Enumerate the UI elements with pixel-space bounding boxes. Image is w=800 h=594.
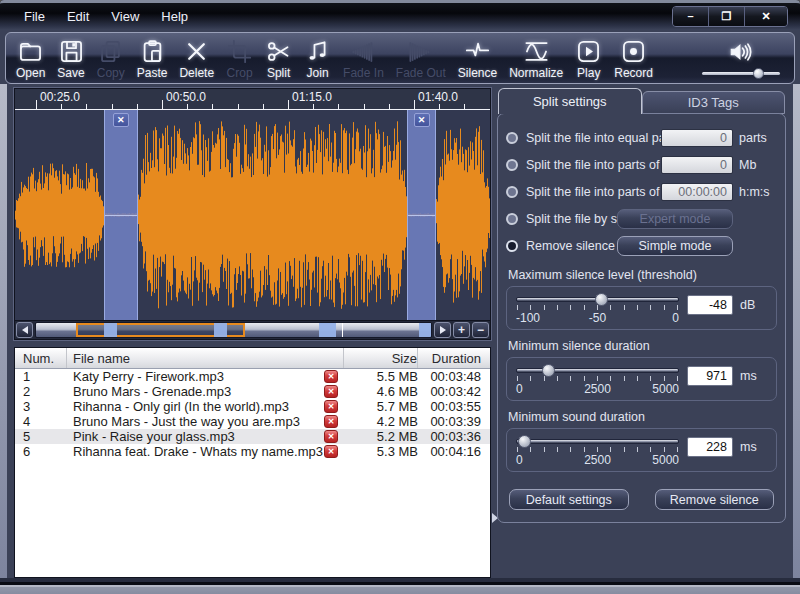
toolbar-fade-in-button: Fade In bbox=[337, 35, 390, 81]
play-icon bbox=[575, 38, 602, 65]
minimize-button[interactable]: – bbox=[673, 7, 709, 26]
slider-value-area: ms bbox=[687, 365, 767, 396]
remove-silence-button[interactable]: Remove silence bbox=[655, 489, 775, 510]
toolbar-button-label: Delete bbox=[179, 66, 214, 80]
overview-silence-marker bbox=[104, 323, 117, 337]
tick-mark bbox=[624, 305, 625, 310]
option-value-input[interactable] bbox=[661, 156, 733, 174]
toolbar-silence-button[interactable]: Silence bbox=[452, 35, 503, 81]
tab-id3-tags[interactable]: ID3 Tags bbox=[642, 91, 786, 114]
tick-label: 0 bbox=[516, 382, 570, 396]
slider-groove[interactable] bbox=[516, 439, 679, 444]
silence-icon bbox=[464, 38, 491, 65]
slider-unit-label: ms bbox=[740, 440, 757, 454]
slider-tick-labels: -100-500 bbox=[516, 311, 679, 325]
table-row[interactable]: 6Rihanna feat. Drake - Whats my name.mp3… bbox=[15, 444, 490, 459]
radio-button[interactable] bbox=[506, 213, 518, 225]
waveform-overview-bar: +− bbox=[15, 320, 490, 339]
toolbar-delete-button[interactable]: Delete bbox=[173, 35, 220, 81]
delete-file-button[interactable]: ✕ bbox=[324, 370, 338, 383]
tick-mark bbox=[557, 447, 558, 452]
tick-mark bbox=[664, 447, 665, 452]
slider-value-input[interactable] bbox=[687, 295, 733, 315]
slider-unit-label: ms bbox=[740, 369, 757, 383]
toolbar-paste-button[interactable]: Paste bbox=[131, 35, 174, 81]
delete-file-button[interactable]: ✕ bbox=[324, 400, 338, 413]
close-button[interactable]: ✕ bbox=[745, 7, 787, 26]
toolbar-split-button[interactable]: Split bbox=[259, 35, 298, 81]
column-header-size[interactable]: Size bbox=[344, 348, 418, 368]
slider-value-input[interactable] bbox=[687, 366, 733, 386]
toolbar-fade-out-button: Fade Out bbox=[390, 35, 452, 81]
slider-section: Maximum silence level (threshold)-100-50… bbox=[506, 268, 777, 330]
silence-region[interactable]: ✕ bbox=[104, 110, 138, 320]
slider-groove[interactable] bbox=[516, 368, 679, 373]
scroll-right-button[interactable] bbox=[434, 322, 451, 338]
column-header-name[interactable]: File name bbox=[67, 348, 344, 368]
settings-tabs: Split settingsID3 Tags bbox=[497, 88, 786, 114]
slider-thumb[interactable] bbox=[595, 293, 608, 306]
option-value-input[interactable] bbox=[661, 183, 733, 201]
delete-file-button[interactable]: ✕ bbox=[324, 445, 338, 458]
toolbar-copy-button: Copy bbox=[91, 35, 131, 81]
slider-groove[interactable] bbox=[516, 297, 679, 302]
table-row[interactable]: 3Rihanna - Only girl (In the world).mp3✕… bbox=[15, 399, 490, 414]
overview-silence-marker bbox=[319, 323, 336, 337]
waveform-display[interactable]: ✕✕ bbox=[15, 110, 490, 320]
timeline-ruler[interactable]: 00:25.000:50.001:15.001:40.0 bbox=[15, 89, 490, 110]
maximize-button[interactable]: ❐ bbox=[709, 7, 745, 26]
overview-track[interactable] bbox=[35, 322, 432, 338]
column-header-duration[interactable]: Duration bbox=[418, 351, 490, 366]
delete-file-button[interactable]: ✕ bbox=[324, 385, 338, 398]
table-row[interactable]: 5Pink - Raise your glass.mp3✕5.2 MB00:03… bbox=[15, 429, 490, 444]
record-icon bbox=[620, 38, 647, 65]
toolbar-normalize-button[interactable]: Normalize bbox=[503, 35, 569, 81]
slider-track-area: -100-500 bbox=[516, 294, 679, 325]
cell-size: 5.3 MB bbox=[344, 444, 418, 459]
menu-view[interactable]: View bbox=[101, 6, 149, 27]
silence-region-close-button[interactable]: ✕ bbox=[113, 113, 129, 127]
menu-help[interactable]: Help bbox=[151, 6, 198, 27]
overview-silence-marker bbox=[419, 323, 431, 337]
tick-label: 2500 bbox=[570, 453, 624, 467]
silence-region-close-button[interactable]: ✕ bbox=[414, 113, 430, 127]
delete-file-button[interactable]: ✕ bbox=[324, 430, 338, 443]
delete-file-button[interactable]: ✕ bbox=[324, 415, 338, 428]
timeline-label: 01:15.0 bbox=[292, 90, 332, 104]
volume-slider-thumb[interactable] bbox=[753, 68, 764, 79]
cell-name: Rihanna feat. Drake - Whats my name.mp3✕ bbox=[67, 444, 344, 459]
save-icon bbox=[58, 38, 85, 65]
menu-file[interactable]: File bbox=[14, 6, 55, 27]
zoom-out-button[interactable]: − bbox=[472, 322, 489, 338]
slider-tick-labels: 025005000 bbox=[516, 453, 679, 467]
toolbar-open-button[interactable]: Open bbox=[10, 35, 51, 81]
volume-slider[interactable] bbox=[702, 72, 780, 75]
table-row[interactable]: 4Bruno Mars - Just the way you are.mp3✕4… bbox=[15, 414, 490, 429]
menu-edit[interactable]: Edit bbox=[57, 6, 99, 27]
table-row[interactable]: 1Katy Perry - Firework.mp3✕5.5 MB00:03:4… bbox=[15, 369, 490, 384]
tab-split-settings[interactable]: Split settings bbox=[498, 88, 642, 114]
toolbar-record-button[interactable]: Record bbox=[608, 35, 659, 81]
silence-region[interactable]: ✕ bbox=[407, 110, 436, 320]
radio-button[interactable] bbox=[506, 186, 518, 198]
simple-mode-button[interactable]: Simple mode bbox=[617, 236, 733, 256]
column-header-num[interactable]: Num. bbox=[15, 348, 67, 368]
toolbar-button-label: Fade Out bbox=[396, 66, 446, 80]
tick-mark bbox=[530, 447, 531, 452]
timeline-major-tick bbox=[414, 100, 415, 109]
radio-button[interactable] bbox=[506, 159, 518, 171]
radio-button[interactable] bbox=[506, 132, 518, 144]
option-value-input[interactable] bbox=[661, 129, 733, 147]
radio-button-selected[interactable] bbox=[506, 240, 518, 252]
default-settings-button[interactable]: Default settings bbox=[509, 489, 629, 510]
zoom-in-button[interactable]: + bbox=[453, 322, 470, 338]
toolbar-save-button[interactable]: Save bbox=[51, 35, 90, 81]
toolbar-play-button[interactable]: Play bbox=[569, 35, 608, 81]
split-option-row: Split the file into parts of sizeMb bbox=[506, 151, 777, 178]
scroll-left-button[interactable] bbox=[16, 322, 33, 338]
slider-value-input[interactable] bbox=[687, 437, 733, 457]
timeline-major-tick bbox=[36, 100, 37, 109]
toolbar-crop-button: Crop bbox=[220, 35, 259, 81]
toolbar-join-button[interactable]: Join bbox=[298, 35, 337, 81]
table-row[interactable]: 2Bruno Mars - Grenade.mp3✕4.6 MB00:03:42 bbox=[15, 384, 490, 399]
